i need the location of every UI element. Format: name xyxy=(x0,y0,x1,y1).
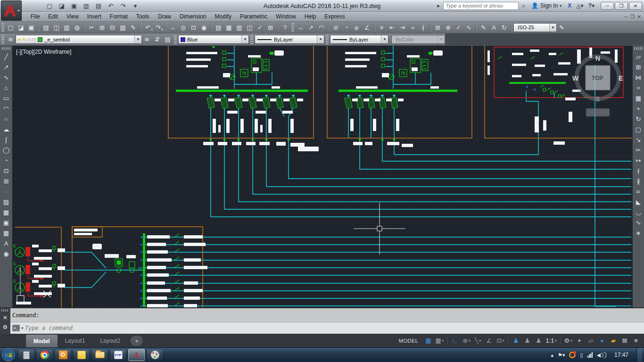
search-binoculars-icon[interactable]: ⌕ xyxy=(520,2,527,9)
color-dropdown[interactable]: Blue ▼ xyxy=(178,35,249,44)
exchange-apps-icon[interactable]: X xyxy=(566,2,573,9)
infocenter-collapse-icon[interactable]: ▸ xyxy=(436,2,441,9)
rotate-icon[interactable]: ↻ xyxy=(633,114,644,124)
lineweight-caret-icon[interactable]: ▼ xyxy=(381,35,388,43)
toolbar-grip[interactable] xyxy=(250,35,253,44)
quick-properties-icon[interactable]: ▱ xyxy=(586,336,596,346)
command-input-row[interactable]: >_ ▼ xyxy=(10,322,644,334)
dimension-break-icon[interactable]: ∤ xyxy=(418,23,428,32)
toolbar-grip[interactable] xyxy=(291,23,294,32)
command-history[interactable]: Command: xyxy=(10,308,644,322)
offset-icon[interactable]: ≈ xyxy=(633,82,644,93)
baseline-dimension-icon[interactable]: ⇤ xyxy=(387,23,397,32)
publish-icon[interactable]: ▥ xyxy=(62,23,72,32)
arc-icon[interactable]: ◠ xyxy=(1,103,11,114)
trim-icon[interactable]: ✂ xyxy=(633,145,644,155)
application-menu-button[interactable]: ▾ xyxy=(1,0,22,21)
qat-customize-icon[interactable]: ▾ xyxy=(131,1,140,10)
volume-icon[interactable]: ◀ xyxy=(597,352,606,358)
radius-dimension-icon[interactable]: ⊘ xyxy=(331,23,341,32)
open-file-icon[interactable]: ◪ xyxy=(16,23,26,32)
table-icon[interactable]: ▦ xyxy=(1,228,11,238)
circle-icon[interactable]: ○ xyxy=(1,114,11,124)
quick-dimension-icon[interactable]: ≡ xyxy=(377,23,387,32)
toolbar-grip[interactable] xyxy=(2,47,10,50)
hidden-icons-chevron[interactable]: ▴ xyxy=(551,352,554,358)
toolbar-grip[interactable] xyxy=(326,35,329,44)
menu-insert[interactable]: Insert xyxy=(83,12,106,21)
annotation-autoscale-icon[interactable]: ♟ xyxy=(522,336,532,346)
object-snap-icon[interactable]: ⊡ xyxy=(495,336,505,346)
viewcube-east[interactable]: E xyxy=(619,74,623,82)
tray-app-icon[interactable] xyxy=(569,352,576,358)
tab-layout2[interactable]: Layout2 xyxy=(92,334,128,347)
menu-edit[interactable]: Edit xyxy=(44,12,62,21)
menu-help[interactable]: Help xyxy=(300,12,321,21)
layer-previous-icon[interactable]: ⇵ xyxy=(152,35,162,44)
tab-model[interactable]: Model xyxy=(26,335,58,347)
paint-app-taskbar-icon[interactable] xyxy=(147,349,163,361)
save-icon[interactable]: ▣ xyxy=(26,23,36,32)
drawing-canvas[interactable]: TR TR G G G TOP N W E S WCS [-][Top][2D … xyxy=(12,46,633,307)
autodesk-app-status-icon[interactable]: ▰ xyxy=(608,336,619,346)
move-icon[interactable]: + xyxy=(633,103,644,114)
fillet-icon[interactable]: ◡ xyxy=(633,207,644,217)
outlook-taskbar-icon[interactable]: O xyxy=(55,349,71,361)
designcenter-icon[interactable]: ▦ xyxy=(224,23,234,32)
linear-dimension-icon[interactable]: ↔ xyxy=(296,23,305,32)
sticky-notes-taskbar-icon[interactable] xyxy=(73,349,90,361)
plot-preview-icon[interactable]: ◫ xyxy=(51,23,61,32)
aligned-dimension-icon[interactable]: ↗ xyxy=(306,23,316,32)
break-at-point-icon[interactable]: ∤ xyxy=(633,165,644,176)
search-input[interactable] xyxy=(444,3,505,8)
chrome-taskbar-icon[interactable] xyxy=(36,349,53,361)
gradient-icon[interactable]: ▩ xyxy=(1,207,11,217)
layer-properties-icon[interactable]: ≋ xyxy=(142,35,152,44)
menu-dimension[interactable]: Dimension xyxy=(175,12,211,21)
pan-icon[interactable]: ↔ xyxy=(168,23,178,32)
join-icon[interactable]: ≍ xyxy=(633,186,644,197)
extend-icon[interactable]: ↦ xyxy=(633,155,644,165)
menu-parametric[interactable]: Parametric xyxy=(236,12,272,21)
close-button[interactable]: ✕ xyxy=(629,2,642,10)
doc-restore-icon[interactable]: ❐ xyxy=(630,14,635,19)
sign-in-button[interactable]: 👤 Sign In ▾ xyxy=(528,2,564,9)
network-icon[interactable] xyxy=(587,352,593,358)
toolbar-grip[interactable] xyxy=(1,23,4,32)
array-icon[interactable]: ▦ xyxy=(633,93,644,103)
chamfer-icon[interactable]: ◣ xyxy=(633,197,644,207)
annotation-visibility-icon[interactable]: ♟ xyxy=(511,336,521,346)
undo-icon[interactable]: ↶ xyxy=(106,1,116,10)
plot-icon[interactable]: ▤ xyxy=(94,1,103,10)
arc-length-icon[interactable]: ◠ xyxy=(316,23,326,32)
spline-icon[interactable]: ∫ xyxy=(1,134,11,145)
copy-icon[interactable]: ⊞ xyxy=(633,62,644,72)
color-caret-icon[interactable]: ▼ xyxy=(241,35,248,43)
grid-icon[interactable]: ▦ xyxy=(423,336,433,346)
help-icon[interactable]: ? xyxy=(280,23,290,32)
linetype-dropdown[interactable]: ByLayer ▼ xyxy=(255,35,324,44)
make-layer-current-icon[interactable]: ▤ xyxy=(163,35,173,44)
mirror-icon[interactable]: ⋈ xyxy=(633,72,644,82)
calculator-taskbar-icon[interactable] xyxy=(18,349,34,361)
menu-file[interactable]: File xyxy=(26,12,44,21)
ortho-icon[interactable]: ∟ xyxy=(450,336,460,346)
diameter-dimension-icon[interactable]: ⌀ xyxy=(352,23,362,32)
revision-cloud-icon[interactable]: ☁ xyxy=(1,124,11,134)
restore-button[interactable]: ❐ xyxy=(615,2,628,10)
recent-commands-caret-icon[interactable]: ▼ xyxy=(21,326,24,330)
viewcube-west[interactable]: W xyxy=(572,74,579,82)
ftp-app-taskbar-icon[interactable]: FTP xyxy=(110,349,126,361)
continue-dimension-icon[interactable]: ⇥ xyxy=(397,23,407,32)
toolbar-grip[interactable] xyxy=(174,35,177,44)
menu-draw[interactable]: Draw xyxy=(154,12,175,21)
save-as-icon[interactable]: ▥ xyxy=(82,1,91,10)
graphics-performance-icon[interactable]: ● xyxy=(597,336,607,346)
polyline-icon[interactable]: ∿ xyxy=(1,72,11,82)
dim-style-dropdown[interactable]: ISO-25 ▼ xyxy=(513,23,557,32)
new-layout-button[interactable]: + xyxy=(131,336,143,346)
jogged-linear-icon[interactable]: ∿ xyxy=(464,23,474,32)
command-panel-grip[interactable] xyxy=(1,309,9,312)
paste-special-icon[interactable]: ▧ xyxy=(118,23,128,32)
annotation-scale-icon[interactable]: ♟ xyxy=(533,336,544,346)
